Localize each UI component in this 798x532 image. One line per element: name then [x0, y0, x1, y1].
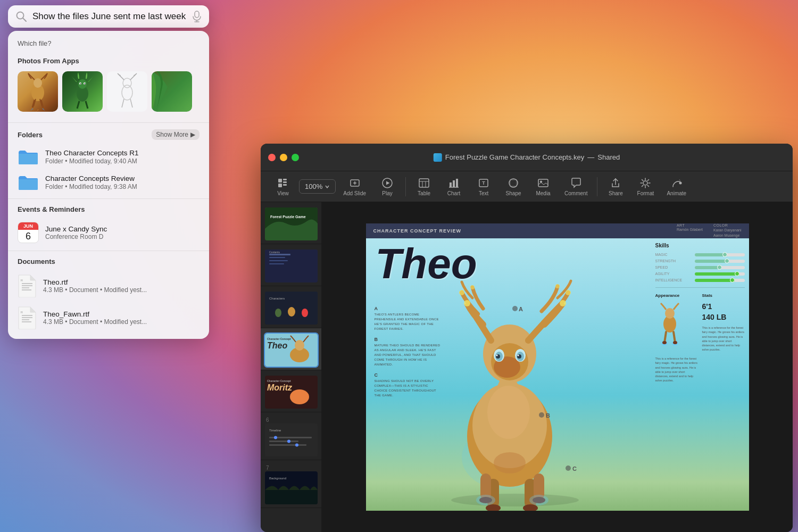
section-divider-1: [8, 122, 209, 123]
shape-button[interactable]: Shape: [500, 174, 527, 200]
view-button[interactable]: View: [269, 174, 297, 200]
svg-rect-83: [269, 440, 298, 442]
toolbar: View 100% Add Slide Pla: [261, 171, 793, 202]
zoom-level: 100%: [305, 182, 322, 190]
skill-magic: MAGIC: [655, 253, 745, 256]
slide-thumb-7[interactable]: 7 Background: [261, 460, 321, 508]
appearance-title: Appearance: [655, 293, 698, 298]
annotation-a: A Theo's antlers become prehensile and e…: [375, 306, 441, 331]
keynote-window: Forest Puzzle Game Character Concepts.ke…: [261, 144, 793, 532]
slide-canvas[interactable]: Character Concept Review ART Ramón Gilab…: [322, 202, 793, 532]
photo-thumb-3[interactable]: [107, 71, 147, 112]
doc-item-2[interactable]: H Theo_Fawn.rtf 4.3 MB • Document • Modi…: [8, 302, 209, 334]
svg-point-137: [673, 341, 677, 344]
mic-icon[interactable]: [192, 11, 202, 22]
slide-thumb-5[interactable]: Character Concept Moritz: [261, 370, 321, 412]
minimize-button[interactable]: [280, 154, 287, 161]
add-slide-icon: [349, 177, 361, 189]
format-button[interactable]: Format: [631, 174, 659, 200]
svg-point-91: [451, 494, 579, 506]
folder-icon-2: [18, 174, 39, 191]
folder-item-1[interactable]: Theo Character Concepts R1 Folder • Modi…: [8, 144, 209, 170]
svg-point-126: [539, 412, 544, 418]
svg-point-136: [662, 341, 667, 344]
photo-thumb-1[interactable]: [18, 71, 58, 112]
thumb-img-7: Background: [265, 471, 318, 504]
svg-point-123: [494, 452, 526, 473]
media-button[interactable]: Media: [529, 174, 557, 200]
slide-panel[interactable]: Forest Puzzle Game Co: [261, 202, 322, 532]
photo-thumb-4[interactable]: [152, 71, 192, 112]
svg-line-132: [664, 332, 666, 343]
svg-line-1: [23, 18, 26, 21]
stats-desc: This is a reference for the forest fairy…: [702, 326, 745, 352]
doc-item-1[interactable]: H Theo.rtf 4.3 MB • Document • Modified …: [8, 270, 209, 302]
add-slide-label: Add Slide: [343, 190, 366, 196]
chart-label: Chart: [447, 190, 460, 196]
spotlight-search-bar[interactable]: Show the files June sent me last week: [8, 5, 209, 28]
table-icon: [418, 177, 430, 189]
folder-meta-1: Folder • Modified today, 9:40 AM: [45, 157, 139, 165]
show-more-folders-button[interactable]: Show More ▶: [152, 129, 200, 140]
ann-a-text: Theo's antlers become prehensile and ext…: [375, 312, 441, 331]
svg-line-133: [674, 332, 675, 343]
svg-text:Background: Background: [269, 477, 286, 480]
folder-meta-2: Folder • Modified today, 9:38 AM: [45, 183, 137, 190]
svg-point-131: [665, 308, 675, 319]
zoom-button[interactable]: 100%: [299, 179, 336, 194]
chart-button[interactable]: Chart: [440, 174, 468, 200]
svg-rect-42: [419, 179, 429, 187]
play-button[interactable]: Play: [373, 174, 401, 200]
slide-num-6: 6: [265, 415, 317, 423]
add-slide-button[interactable]: Add Slide: [338, 174, 371, 200]
media-label: Media: [536, 190, 550, 196]
ann-b-text: Mature Theo should be rendered as angula…: [375, 343, 441, 367]
text-button[interactable]: T Text: [470, 174, 497, 200]
thumb-img-1: Forest Puzzle Game: [265, 207, 318, 240]
animate-button[interactable]: Animate: [661, 174, 692, 200]
folder-name-1: Theo Character Concepts R1: [45, 149, 139, 157]
svg-rect-90: [265, 490, 318, 504]
color-credit: COLOR Karan DaryananiAaron Musenge: [713, 223, 742, 238]
slide-header-bar: Character Concept Review ART Ramón Gilab…: [366, 223, 749, 238]
results-panel: Which file? Photos From Apps: [8, 31, 209, 339]
thumb-forest-bg: Forest Puzzle Game: [265, 207, 318, 240]
slide-thumb-2[interactable]: Contents: [261, 244, 321, 286]
thumb-contents-bg: Contents: [265, 250, 318, 282]
photo-thumb-2[interactable]: [62, 71, 103, 112]
format-icon: [639, 177, 651, 189]
skill-magic-label: MAGIC: [655, 253, 693, 256]
svg-rect-37: [283, 184, 287, 186]
comment-button[interactable]: Comment: [559, 174, 593, 200]
ann-c-letter: C: [375, 372, 441, 378]
svg-rect-53: [510, 180, 517, 186]
slide-thumb-6[interactable]: 6 Timeline: [261, 412, 321, 460]
table-button[interactable]: Table: [410, 174, 438, 200]
slide-thumb-1[interactable]: Forest Puzzle Game: [261, 202, 321, 244]
doc-meta-2: 4.3 MB • Document • Modified yest...: [43, 318, 147, 326]
svg-text:B: B: [546, 412, 550, 419]
doc-icon-2: H: [18, 306, 37, 329]
event-meta-1: Conference Room D: [45, 233, 107, 240]
svg-rect-46: [450, 182, 452, 187]
folder-item-2[interactable]: Character Concepts Review Folder • Modif…: [8, 170, 209, 195]
share-button[interactable]: Share: [602, 174, 629, 200]
maximize-button[interactable]: [292, 154, 299, 161]
slide-num-7: 7: [265, 463, 317, 471]
comment-label: Comment: [564, 190, 587, 196]
shape-icon: [508, 177, 519, 189]
slide-thumb-4[interactable]: Character Concept Theo: [261, 328, 321, 370]
spotlight-input[interactable]: Show the files June sent me last week: [32, 11, 187, 22]
svg-point-104: [496, 355, 497, 356]
skills-divider: [655, 287, 745, 288]
svg-point-105: [517, 355, 519, 356]
event-item-1[interactable]: JUN 6 June x Candy Sync Conference Room …: [8, 218, 209, 247]
slide-thumb-3[interactable]: Characters: [261, 286, 321, 328]
thumb-img-2: Contents: [265, 250, 318, 282]
section-divider-2: [8, 198, 209, 199]
close-button[interactable]: [268, 154, 276, 161]
toolbar-divider-1: [405, 177, 406, 196]
svg-point-75: [295, 340, 304, 351]
art-value: Ramón Gilabert: [677, 228, 703, 231]
toolbar-divider-2: [597, 177, 597, 196]
